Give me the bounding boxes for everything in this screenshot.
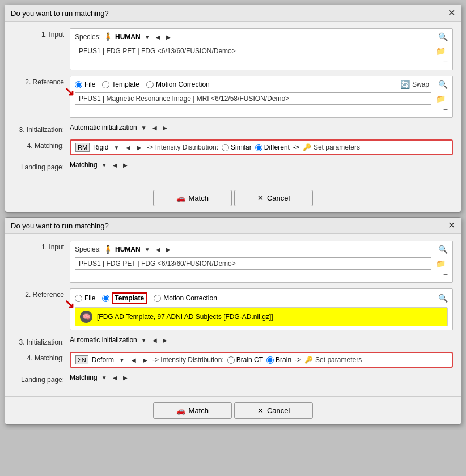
reference-search-button-2[interactable]: 🔍 <box>438 294 448 303</box>
matching-section: 4. Matching: RM Rigid ▼ ◀ ▶ -> Intensity… <box>13 139 453 155</box>
method-dropdown-button[interactable]: ▼ <box>112 144 121 151</box>
match-button-1[interactable]: 🚗 Match <box>153 190 232 206</box>
swap-button[interactable]: 🔄 Swap <box>400 80 429 89</box>
method-next-button-2[interactable]: ▶ <box>141 356 149 364</box>
landing-value: Matching <box>70 161 98 169</box>
match-button-2[interactable]: 🚗 Match <box>153 402 232 419</box>
radio-template-input-2[interactable] <box>102 295 109 302</box>
human-figure-icon-2: 🧍 <box>103 245 113 254</box>
radio-motion-input-2[interactable] <box>154 295 161 302</box>
landing-content-2: Matching ▼ ◀ ▶ <box>70 373 453 381</box>
set-params-label: Set parameters <box>314 143 360 151</box>
radio-template-label-2[interactable]: Template <box>102 292 147 304</box>
matching-inner-2: ΣN Deform ▼ ◀ ▶ -> Intensity Distributio… <box>70 352 453 368</box>
input-panel-2: Species: 🧍 HUMAN ▼ ◀ ▶ 🔍 📁 − <box>70 241 453 283</box>
radio-file-label-2[interactable]: File <box>75 294 95 302</box>
radio-template-label[interactable]: Template <box>102 80 139 88</box>
species-next-button[interactable]: ▶ <box>164 33 172 41</box>
different-radio-label[interactable]: Different <box>255 143 290 151</box>
matching-section-2: 4. Matching: ΣN Deform ▼ ◀ ▶ -> Intensit… <box>13 352 453 368</box>
reference-panel-2: File Template Motion Correction 🔍 🧠 [FDG… <box>70 288 453 330</box>
species-dropdown-button[interactable]: ▼ <box>143 33 152 41</box>
radio-file-input[interactable] <box>75 81 82 88</box>
radio-file-input-2[interactable] <box>75 295 82 302</box>
radio-motion-label-2[interactable]: Motion Correction <box>154 294 217 302</box>
radio-template-text-2: Template <box>112 292 147 304</box>
reference-radio-row: File Template Motion Correction 🔄 Swap <box>75 80 448 89</box>
set-parameters-button[interactable]: 🔑 Set parameters <box>303 143 360 151</box>
species-next-button-2[interactable]: ▶ <box>164 246 172 253</box>
species-row: Species: 🧍 HUMAN ▼ ◀ ▶ 🔍 <box>75 32 448 41</box>
method-next-button[interactable]: ▶ <box>135 144 143 151</box>
template-value: [FDG AD Template, 97 ADNI AD Subjects [F… <box>97 313 273 321</box>
cancel-button-1[interactable]: ✕ Cancel <box>234 190 313 206</box>
init-prev-button[interactable]: ◀ <box>151 124 159 131</box>
reference-search-button[interactable]: 🔍 <box>438 80 448 89</box>
init-next-button[interactable]: ▶ <box>161 124 169 131</box>
species-search-button-2[interactable]: 🔍 <box>438 245 448 254</box>
reference-minus-button[interactable]: − <box>443 105 448 114</box>
different-radio-input[interactable] <box>255 144 262 151</box>
input-folder-button[interactable]: 📁 <box>434 45 448 57</box>
match-label-1: Match <box>189 194 209 202</box>
radio-motion-label[interactable]: Motion Correction <box>146 80 210 88</box>
brain-radio-input[interactable] <box>266 356 274 364</box>
brain-radio-label[interactable]: Brain <box>266 356 291 364</box>
landing-next-button-2[interactable]: ▶ <box>121 374 129 381</box>
species-prev-button-2[interactable]: ◀ <box>154 246 162 253</box>
matching-content-2: ΣN Deform ▼ ◀ ▶ -> Intensity Distributio… <box>70 352 453 368</box>
init-dropdown-button-2[interactable]: ▼ <box>139 337 149 344</box>
input-field-2[interactable] <box>75 257 431 270</box>
init-prev-button-2[interactable]: ◀ <box>151 337 159 344</box>
initialization-value: Automatic initialization <box>70 124 137 131</box>
species-search-button[interactable]: 🔍 <box>438 32 448 41</box>
cancel-button-2[interactable]: ✕ Cancel <box>234 402 313 419</box>
radio-motion-input[interactable] <box>146 81 154 88</box>
brain-ct-radio-input[interactable] <box>227 356 235 364</box>
radio-file-text: File <box>84 80 95 88</box>
template-value-row: 🧠 [FDG AD Template, 97 ADNI AD Subjects … <box>75 307 448 326</box>
method-prev-button-2[interactable]: ◀ <box>130 356 138 364</box>
swap-label: Swap <box>412 80 429 88</box>
input-field[interactable] <box>75 45 431 57</box>
dialog-1-titlebar: Do you want to run matching? ✕ <box>5 5 461 22</box>
different-text: Different <box>264 143 290 151</box>
species-label-2: Species: <box>75 245 101 253</box>
landing-row: Matching ▼ ◀ ▶ <box>70 161 453 169</box>
landing-next-button[interactable]: ▶ <box>121 162 129 169</box>
species-value-2: HUMAN <box>115 245 141 253</box>
matching-content: RM Rigid ▼ ◀ ▶ -> Intensity Distribution… <box>70 139 453 155</box>
radio-file-label[interactable]: File <box>75 80 95 88</box>
input-minus-button[interactable]: − <box>443 57 448 66</box>
method-dropdown-button-2[interactable]: ▼ <box>117 356 126 364</box>
brain-ct-radio-label[interactable]: Brain CT <box>227 356 263 364</box>
species-prev-button[interactable]: ◀ <box>154 33 162 41</box>
radio-motion-text-2: Motion Correction <box>163 294 217 302</box>
landing-dropdown-button[interactable]: ▼ <box>100 162 109 169</box>
reference-folder-button[interactable]: 📁 <box>434 93 448 104</box>
landing-dropdown-button-2[interactable]: ▼ <box>100 374 109 381</box>
radio-template-input[interactable] <box>102 81 109 88</box>
landing-prev-button[interactable]: ◀ <box>111 162 119 169</box>
radio-template-text: Template <box>112 80 139 88</box>
landing-prev-button-2[interactable]: ◀ <box>111 374 119 381</box>
species-dropdown-button-2[interactable]: ▼ <box>143 246 152 253</box>
similar-radio-label[interactable]: Similar <box>222 143 252 151</box>
similar-radio-input[interactable] <box>222 144 229 151</box>
init-dropdown-button[interactable]: ▼ <box>139 124 149 131</box>
landing-section: Landing page: Matching ▼ ◀ ▶ <box>13 161 453 171</box>
radio-motion-text: Motion Correction <box>156 80 210 88</box>
cancel-label-2: Cancel <box>267 406 290 415</box>
input-minus-button-2[interactable]: − <box>443 270 448 279</box>
input-folder-button-2[interactable]: 📁 <box>434 258 448 269</box>
landing-content: Matching ▼ ◀ ▶ <box>70 161 453 169</box>
set-parameters-button-2[interactable]: 🔑 Set parameters <box>304 356 362 364</box>
dialog-2-close-button[interactable]: ✕ <box>448 221 455 230</box>
method-prev-button[interactable]: ◀ <box>124 144 132 151</box>
dialog-1: Do you want to run matching? ✕ 1. Input … <box>5 5 461 212</box>
reference-field[interactable] <box>75 92 431 105</box>
matching-label: 4. Matching: <box>13 139 70 150</box>
brain-icon: 🧠 <box>80 311 92 323</box>
dialog-1-close-button[interactable]: ✕ <box>448 8 455 18</box>
init-next-button-2[interactable]: ▶ <box>161 337 169 344</box>
